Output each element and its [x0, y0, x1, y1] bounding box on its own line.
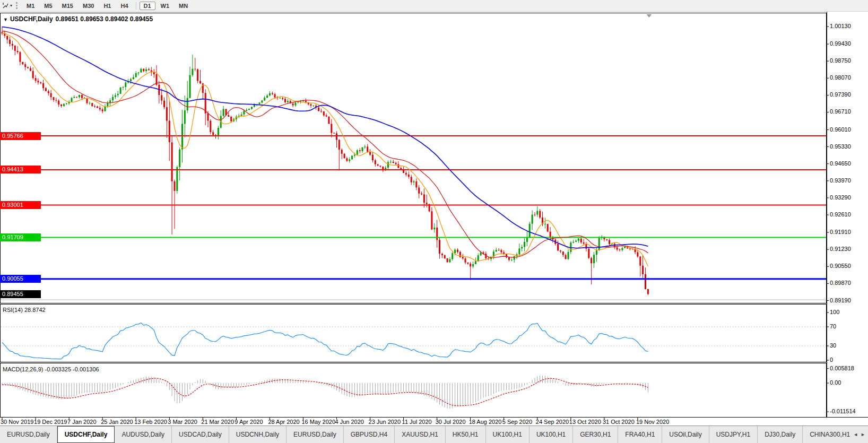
timeframe-button-m5[interactable]: M5 [40, 2, 56, 10]
timeframe-button-h1[interactable]: H1 [99, 2, 115, 10]
chart-title: ▼USDCHF,Daily0.89651 0.89653 0.89402 0.8… [3, 15, 155, 23]
trading-platform-window: 1.001300.994300.987500.980700.973900.967… [0, 0, 868, 443]
tab-scroll-arrows: ◄ ► [850, 426, 868, 443]
chart-tab-usdchf-daily-1[interactable]: USDCHF,Daily [57, 426, 115, 443]
timeframe-button-m15[interactable]: M15 [58, 2, 77, 10]
timeframe-button-h4[interactable]: H4 [116, 2, 132, 10]
macd-indicator-label: MACD(12,26,9) -0.003325 -0.001306 [3, 366, 99, 372]
toolbar-separator [136, 2, 136, 10]
chart-tools-icon[interactable] [2, 2, 9, 9]
collapse-arrow-icon[interactable]: ▼ [3, 17, 8, 22]
timeframe-buttons: M1M5M15M30H1H4D1W1MN [22, 0, 193, 11]
chart-tab-fra40-h1-12[interactable]: FRA40,H1 [618, 426, 662, 443]
toolbar: ▾ M1M5M15M30H1H4D1W1MN [0, 0, 868, 12]
chart-tab-uk100-h1-10[interactable]: UK100,H1 [530, 426, 573, 443]
timeframe-button-m1[interactable]: M1 [22, 2, 39, 10]
toolbar-grip[interactable] [16, 2, 18, 9]
chart-tab-hk50-h1-8[interactable]: HK50,H1 [446, 426, 486, 443]
chart-tab-bar: EURUSD,DailyUSDCHF,DailyAUDUSD,DailyUSDC… [0, 425, 868, 443]
chart-canvas[interactable] [0, 0, 868, 443]
timeframe-button-m30[interactable]: M30 [79, 2, 98, 10]
chart-tab-usoil-daily-13[interactable]: USOil,Daily [662, 426, 709, 443]
rsi-indicator-label: RSI(14) 28.8742 [3, 307, 46, 313]
chart-tabs: EURUSD,DailyUSDCHF,DailyAUDUSD,DailyUSDC… [0, 426, 850, 443]
chart-tab-eurusd-daily-0[interactable]: EURUSD,Daily [0, 426, 57, 443]
tab-scroll-right-icon[interactable]: ► [861, 432, 865, 437]
chart-tab-eurusd-daily-5[interactable]: EURUSD,Daily [287, 426, 344, 443]
chart-symbol: USDCHF,Daily [10, 15, 53, 23]
chart-tab-audusd-daily-2[interactable]: AUDUSD,Daily [115, 426, 172, 443]
chart-ohlc-values: 0.89651 0.89653 0.89402 0.89455 [56, 15, 153, 23]
chart-tab-usdjpy-h1-14[interactable]: USDJPY,H1 [709, 426, 758, 443]
chart-tab-china300-h1-16[interactable]: CHINA300,H1 [803, 426, 850, 443]
chart-tab-usdcad-daily-3[interactable]: USDCAD,Daily [172, 426, 229, 443]
chart-tab-dj30-daily-15[interactable]: DJ30,Daily [758, 426, 803, 443]
timeframe-button-d1[interactable]: D1 [140, 2, 155, 10]
chart-tab-xauusd-h1-7[interactable]: XAUUSD,H1 [395, 426, 446, 443]
dropdown-caret-icon[interactable]: ▾ [10, 3, 12, 8]
chart-tab-ger30-h1-11[interactable]: GER30,H1 [573, 426, 618, 443]
timeframe-button-mn[interactable]: MN [175, 2, 192, 10]
timeframe-button-w1[interactable]: W1 [157, 2, 174, 10]
chart-tab-gbpusd-h4-6[interactable]: GBPUSD,H4 [344, 426, 395, 443]
chart-tab-usdcnh-daily-4[interactable]: USDCNH,Daily [229, 426, 287, 443]
tab-scroll-left-icon[interactable]: ◄ [853, 432, 858, 437]
chart-tab-uk100-h1-9[interactable]: UK100,H1 [486, 426, 530, 443]
